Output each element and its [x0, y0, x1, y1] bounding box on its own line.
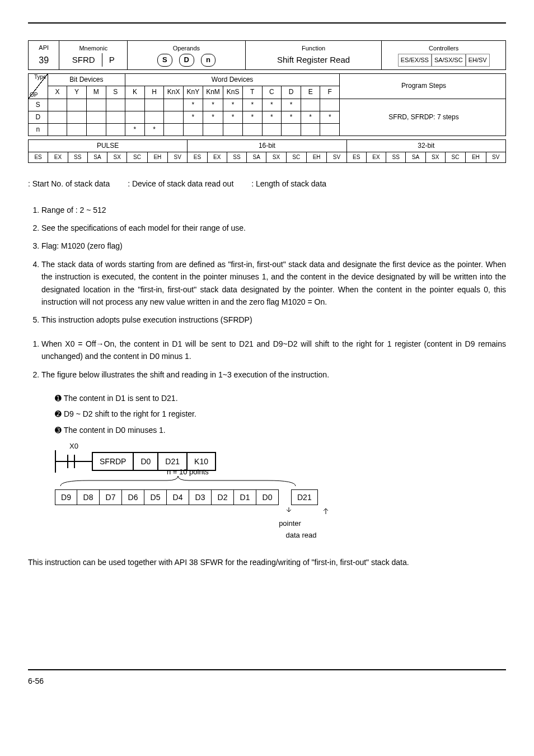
row-s: S	[29, 99, 48, 111]
cell	[48, 99, 67, 111]
col-kns: KnS	[223, 86, 243, 99]
cell	[242, 123, 262, 136]
page-footer: 6-56	[28, 669, 506, 687]
exp-1: Range of : 2 ~ 512	[41, 204, 506, 216]
def-n: : Length of stack data	[251, 179, 326, 188]
col-h: H	[144, 86, 164, 99]
cell	[164, 111, 184, 123]
cell	[320, 123, 340, 136]
pulse-cell: SA	[87, 152, 107, 163]
top-rule	[28, 22, 506, 24]
exp-5: This instruction adopts pulse execution …	[41, 314, 506, 326]
program-steps-header: Program Steps	[340, 74, 506, 99]
remarks-text: This instruction can be used together wi…	[28, 556, 506, 568]
arrow-down-icon	[286, 507, 292, 514]
api-label: API	[32, 43, 55, 53]
ladder-inst: SFRDP	[92, 452, 134, 471]
reg-d1: D1	[234, 489, 256, 505]
reg-d8: D8	[77, 489, 100, 505]
operand-d-oval: D	[179, 54, 194, 67]
program-example-list: When X0 = Off→On, the content in D1 will…	[28, 338, 506, 381]
cell	[67, 99, 87, 111]
cell	[106, 99, 125, 111]
cell: *	[320, 111, 340, 123]
op-label: OP	[30, 91, 38, 100]
ladder-arg1: D0	[134, 452, 158, 471]
pulse-cell: ES	[29, 152, 48, 163]
cell	[144, 111, 164, 123]
cell	[125, 111, 145, 123]
cell: *	[203, 111, 223, 123]
cell: *	[282, 111, 301, 123]
reg-d4: D4	[167, 489, 189, 505]
cell	[48, 123, 67, 136]
pulse-cell: SV	[486, 152, 505, 163]
reg-d2: D2	[212, 489, 234, 505]
p-suffix: P	[102, 53, 115, 67]
operand-s-oval: S	[157, 54, 172, 67]
pulse-cell: EH	[306, 152, 326, 163]
cell: *	[262, 111, 282, 123]
mnemonic-value: SFRD	[72, 53, 95, 67]
remarks-section: This instruction can be used together wi…	[28, 556, 506, 568]
pulse-cell: ES	[188, 152, 207, 163]
pulse-cell: SA	[247, 152, 266, 163]
cell: *	[282, 99, 301, 111]
mnemonic-label: Mnemonic	[63, 44, 124, 54]
prog-2: The figure below illustrates the shift a…	[41, 368, 506, 381]
16bit-hdr: 16-bit	[188, 140, 346, 152]
pulse-cell: SS	[386, 152, 406, 163]
function-label: Function	[249, 44, 378, 54]
prog-1: When X0 = Off→On, the content in D1 will…	[41, 338, 506, 363]
explanations-section: Range of : 2 ~ 512 See the specification…	[28, 204, 506, 326]
cell	[262, 123, 282, 136]
reg-d5: D5	[144, 489, 167, 505]
api-number: 39	[32, 53, 55, 68]
operand-n-oval: n	[201, 54, 216, 67]
cell: *	[262, 99, 282, 111]
cell: *	[242, 99, 262, 111]
pulse-cell: SA	[406, 152, 425, 163]
reg-d6: D6	[122, 489, 144, 505]
reg-d3: D3	[189, 489, 212, 505]
word-devices-header: Word Devices	[125, 74, 340, 86]
sub-3: ➌ The content in D0 minuses 1.	[55, 424, 506, 436]
sub-2: ➋ D9 ~ D2 shift to the right for 1 regis…	[55, 408, 506, 420]
inst-name: SFRDP	[100, 457, 126, 466]
col-t: T	[242, 86, 262, 99]
operand-definitions: : Start No. of stack data : Device of st…	[28, 178, 506, 190]
col-kny: KnY	[184, 86, 203, 99]
cell	[86, 99, 106, 111]
pulse-link-table: PULSE 16-bit 32-bit ESEXSSSASXSCEHSVESEX…	[28, 139, 506, 163]
col-knx: KnX	[164, 86, 184, 99]
pulse-cell: EH	[466, 152, 486, 163]
cell: *	[125, 123, 145, 136]
steps-cell: SFRD, SFRDP: 7 steps	[340, 99, 506, 136]
pulse-cell: SX	[266, 152, 286, 163]
col-k: K	[125, 86, 145, 99]
exp-3: Flag: M1020 (zero flag)	[41, 240, 506, 252]
pulse-cell: EH	[147, 152, 167, 163]
cell	[106, 123, 125, 136]
col-d: D	[282, 86, 301, 99]
cell: *	[184, 99, 203, 111]
col-s: S	[106, 86, 125, 99]
col-x: X	[48, 86, 67, 99]
cell	[48, 111, 67, 123]
pulse-cell: EX	[366, 152, 386, 163]
pulse-cell: ES	[346, 152, 366, 163]
pulse-cell: SX	[425, 152, 445, 163]
cell: *	[242, 111, 262, 123]
cell	[144, 99, 164, 111]
cell	[67, 123, 87, 136]
cell	[282, 123, 301, 136]
col-knm: KnM	[203, 86, 223, 99]
program-example-section: When X0 = Off→On, the content in D1 will…	[28, 338, 506, 542]
pulse-cell: SS	[68, 152, 87, 163]
cell	[320, 99, 340, 111]
row-n: n	[29, 123, 48, 136]
register-row: D9 D8 D7 D6 D5 D4 D3 D2 D1 D0 D21	[55, 489, 506, 505]
controllers-box: ES/EX/SSSA/SX/SCEH/SV	[385, 54, 502, 67]
col-y: Y	[67, 86, 87, 99]
controllers-label: Controllers	[385, 44, 502, 54]
